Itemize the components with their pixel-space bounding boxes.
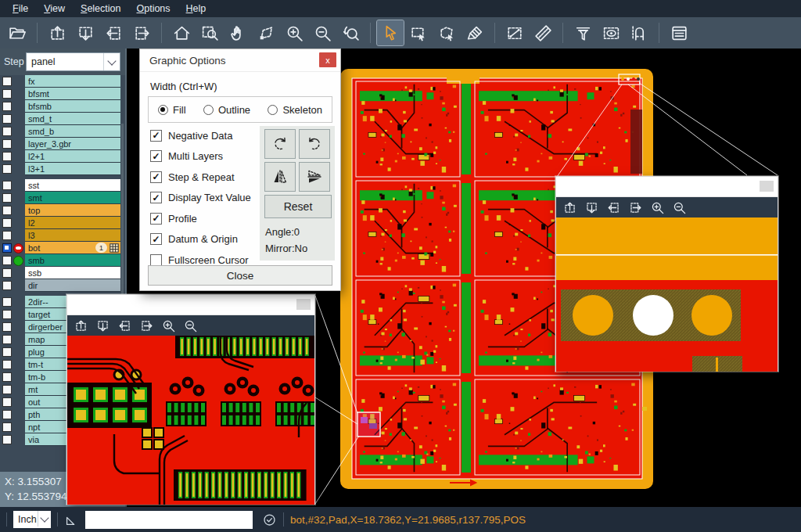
menu-item-view[interactable]: View — [36, 2, 73, 16]
layer-name[interactable]: bfsmb — [25, 100, 120, 113]
filter-button[interactable] — [569, 20, 596, 45]
close-button[interactable]: Close — [148, 265, 332, 286]
magnifier-2-view[interactable] — [556, 217, 778, 372]
layer-row[interactable]: smt — [0, 192, 125, 204]
menu-item-selection[interactable]: Selection — [73, 2, 128, 16]
flip-vertical-button[interactable] — [299, 162, 330, 192]
group-select-button[interactable] — [433, 20, 460, 45]
radio-button-icon[interactable] — [268, 105, 278, 115]
layer-name[interactable]: layer_3.gbr — [25, 138, 120, 150]
layer-checkbox[interactable] — [2, 322, 12, 332]
layer-checkbox[interactable] — [2, 347, 12, 357]
layer-checkbox[interactable] — [2, 193, 12, 203]
checkbox-icon[interactable]: ✓ — [150, 130, 162, 142]
pan-down-button[interactable] — [92, 317, 113, 334]
layer-checkbox[interactable] — [2, 268, 12, 278]
layer-name[interactable]: l2 — [25, 217, 120, 229]
checkbox-profile[interactable]: ✓Profile — [150, 212, 251, 225]
layer-checkbox[interactable] — [2, 385, 12, 394]
layer-checkbox[interactable] — [2, 77, 12, 86]
report-button[interactable] — [666, 20, 692, 45]
pan-down-button[interactable] — [580, 199, 602, 216]
checkbox-icon[interactable]: ✓ — [150, 233, 162, 245]
layer-checkbox[interactable] — [2, 243, 12, 253]
layer-row[interactable]: fx — [0, 75, 125, 88]
layer-row[interactable]: bot1 — [0, 242, 125, 254]
rotate-cw-button[interactable] — [264, 129, 296, 159]
chevron-down-icon[interactable] — [103, 53, 120, 70]
layer-name[interactable]: dir — [25, 279, 120, 292]
radio-button-icon[interactable] — [203, 105, 214, 115]
menu-item-help[interactable]: Help — [178, 2, 214, 16]
layer-name[interactable]: l2+1 — [25, 150, 120, 163]
zoom-area-button[interactable] — [196, 20, 223, 45]
magnifier-1-menu-button[interactable] — [296, 299, 311, 310]
layer-checkbox[interactable] — [2, 127, 12, 136]
layer-checkbox[interactable] — [2, 89, 12, 99]
checkbox-icon[interactable]: ✓ — [150, 150, 162, 162]
magnifier-1-titlebar[interactable] — [67, 295, 314, 315]
layer-checkbox[interactable] — [2, 422, 12, 432]
zoom-in-button[interactable] — [646, 199, 668, 216]
checkbox-fullscreen-cursor[interactable]: Fullscreen Cursor — [150, 253, 251, 266]
clean-brush-button[interactable] — [462, 20, 488, 45]
radio-button-icon[interactable] — [158, 105, 168, 115]
layer-checkbox[interactable] — [2, 181, 12, 190]
checkbox-negative-data[interactable]: ✓Negative Data — [150, 129, 251, 142]
pan-up-button[interactable] — [70, 317, 92, 334]
layer-checkbox[interactable] — [2, 372, 12, 382]
pan-left-button[interactable] — [113, 317, 135, 334]
grid-icon[interactable] — [110, 243, 119, 253]
layer-name[interactable]: smb — [25, 254, 120, 267]
magnifier-1-view[interactable] — [67, 336, 314, 505]
pan-left-button[interactable] — [100, 20, 127, 45]
corner-angle-icon[interactable] — [64, 512, 79, 527]
layer-name[interactable]: l3 — [25, 229, 120, 242]
zoom-in-button[interactable] — [157, 317, 179, 334]
layer-checkbox[interactable] — [2, 397, 12, 407]
menu-item-file[interactable]: File — [5, 2, 36, 16]
checkbox-datum-origin[interactable]: ✓Datum & Origin — [150, 233, 251, 246]
command-input[interactable] — [85, 511, 253, 529]
radio-skeleton[interactable]: Skeleton — [268, 104, 322, 116]
layer-name[interactable]: bfsmt — [25, 88, 120, 100]
zoom-in-button[interactable] — [281, 20, 307, 45]
apply-check-icon[interactable] — [262, 512, 277, 527]
layer-row[interactable]: smd_t — [0, 113, 125, 125]
checkbox-icon[interactable]: ✓ — [150, 171, 162, 183]
layer-name[interactable]: smt — [25, 192, 120, 204]
layer-row[interactable]: l2+1 — [0, 150, 125, 163]
step-select[interactable]: panel — [26, 52, 120, 71]
dialog-close-button[interactable]: x — [319, 52, 336, 67]
checkbox-icon[interactable] — [150, 254, 162, 266]
magnifier-2-titlebar[interactable] — [556, 177, 778, 197]
zoom-out-button[interactable] — [309, 20, 336, 45]
home-button[interactable] — [168, 20, 195, 45]
measure-button[interactable] — [501, 20, 528, 45]
layer-checkbox[interactable] — [2, 256, 12, 265]
layer-row[interactable]: l3+1 — [0, 163, 125, 175]
layer-checkbox[interactable] — [2, 114, 12, 124]
layer-checkbox[interactable] — [2, 231, 12, 240]
layer-name[interactable]: top — [25, 204, 120, 217]
layer-name[interactable]: sst — [25, 179, 120, 192]
layer-checkbox[interactable] — [2, 206, 12, 215]
layer-row[interactable]: layer_3.gbr — [0, 138, 125, 150]
layer-checkbox[interactable] — [2, 297, 12, 307]
layer-name[interactable]: smd_t — [25, 113, 120, 125]
layer-row[interactable]: bfsmt — [0, 88, 125, 100]
active-layer-icon[interactable] — [13, 243, 23, 253]
layer-row[interactable]: l3 — [0, 229, 125, 242]
layer-checkbox[interactable] — [2, 281, 12, 290]
rect-select-button[interactable] — [405, 20, 432, 45]
layer-row[interactable]: dir — [0, 279, 125, 292]
pan-left-button[interactable] — [602, 199, 624, 216]
zoom-out-button[interactable] — [179, 317, 201, 334]
chevron-down-icon[interactable] — [38, 511, 51, 527]
hand-pan-button[interactable] — [224, 20, 251, 45]
reset-button[interactable]: Reset — [264, 195, 332, 218]
flip-horizontal-button[interactable] — [264, 162, 296, 192]
layer-checkbox[interactable] — [2, 310, 12, 319]
checkbox-multi-layers[interactable]: ✓Multi Layers — [150, 150, 251, 163]
unit-select[interactable]: Inch — [13, 511, 51, 528]
